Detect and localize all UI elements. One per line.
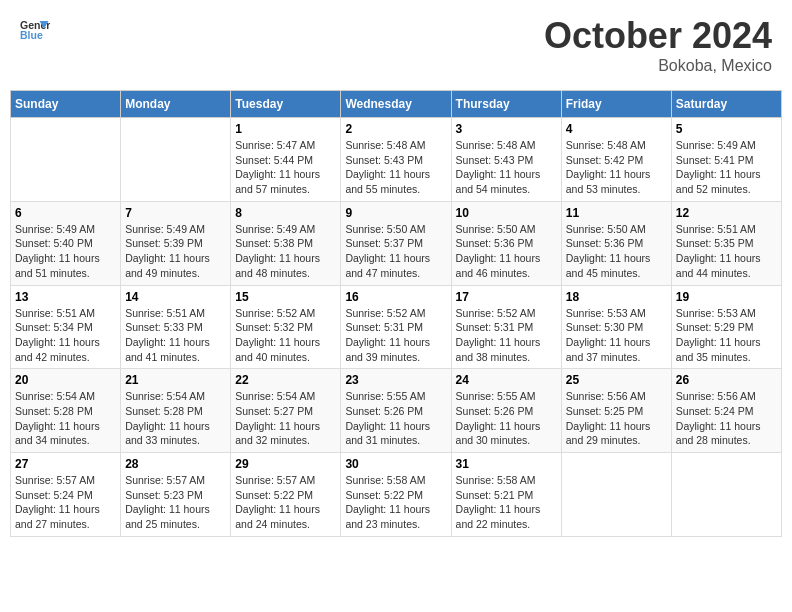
day-number: 17: [456, 290, 557, 304]
calendar-table: SundayMondayTuesdayWednesdayThursdayFrid…: [10, 90, 782, 537]
calendar-day-cell: 9Sunrise: 5:50 AM Sunset: 5:37 PM Daylig…: [341, 201, 451, 285]
day-number: 25: [566, 373, 667, 387]
day-number: 12: [676, 206, 777, 220]
calendar-day-cell: 3Sunrise: 5:48 AM Sunset: 5:43 PM Daylig…: [451, 118, 561, 202]
calendar-day-cell: 21Sunrise: 5:54 AM Sunset: 5:28 PM Dayli…: [121, 369, 231, 453]
day-info: Sunrise: 5:57 AM Sunset: 5:22 PM Dayligh…: [235, 473, 336, 532]
calendar-day-cell: 16Sunrise: 5:52 AM Sunset: 5:31 PM Dayli…: [341, 285, 451, 369]
day-number: 7: [125, 206, 226, 220]
day-of-week-header: Thursday: [451, 91, 561, 118]
logo-icon: General Blue: [20, 15, 50, 45]
day-of-week-header: Sunday: [11, 91, 121, 118]
day-number: 11: [566, 206, 667, 220]
day-number: 16: [345, 290, 446, 304]
day-info: Sunrise: 5:58 AM Sunset: 5:21 PM Dayligh…: [456, 473, 557, 532]
day-number: 14: [125, 290, 226, 304]
calendar-day-cell: 1Sunrise: 5:47 AM Sunset: 5:44 PM Daylig…: [231, 118, 341, 202]
calendar-day-cell: 22Sunrise: 5:54 AM Sunset: 5:27 PM Dayli…: [231, 369, 341, 453]
calendar-day-cell: 8Sunrise: 5:49 AM Sunset: 5:38 PM Daylig…: [231, 201, 341, 285]
calendar-day-cell: 18Sunrise: 5:53 AM Sunset: 5:30 PM Dayli…: [561, 285, 671, 369]
day-of-week-header: Friday: [561, 91, 671, 118]
day-info: Sunrise: 5:47 AM Sunset: 5:44 PM Dayligh…: [235, 138, 336, 197]
day-number: 9: [345, 206, 446, 220]
svg-text:Blue: Blue: [20, 29, 43, 41]
calendar-day-cell: 24Sunrise: 5:55 AM Sunset: 5:26 PM Dayli…: [451, 369, 561, 453]
day-info: Sunrise: 5:49 AM Sunset: 5:41 PM Dayligh…: [676, 138, 777, 197]
calendar-day-cell: 10Sunrise: 5:50 AM Sunset: 5:36 PM Dayli…: [451, 201, 561, 285]
day-info: Sunrise: 5:51 AM Sunset: 5:34 PM Dayligh…: [15, 306, 116, 365]
calendar-day-cell: 26Sunrise: 5:56 AM Sunset: 5:24 PM Dayli…: [671, 369, 781, 453]
day-info: Sunrise: 5:54 AM Sunset: 5:28 PM Dayligh…: [15, 389, 116, 448]
day-number: 20: [15, 373, 116, 387]
day-info: Sunrise: 5:52 AM Sunset: 5:31 PM Dayligh…: [456, 306, 557, 365]
day-info: Sunrise: 5:48 AM Sunset: 5:42 PM Dayligh…: [566, 138, 667, 197]
calendar-day-cell: [671, 453, 781, 537]
day-info: Sunrise: 5:57 AM Sunset: 5:23 PM Dayligh…: [125, 473, 226, 532]
day-number: 21: [125, 373, 226, 387]
day-of-week-header: Wednesday: [341, 91, 451, 118]
calendar-day-cell: 12Sunrise: 5:51 AM Sunset: 5:35 PM Dayli…: [671, 201, 781, 285]
calendar-week-row: 27Sunrise: 5:57 AM Sunset: 5:24 PM Dayli…: [11, 453, 782, 537]
day-of-week-header: Saturday: [671, 91, 781, 118]
calendar-day-cell: [121, 118, 231, 202]
day-number: 30: [345, 457, 446, 471]
calendar-day-cell: 6Sunrise: 5:49 AM Sunset: 5:40 PM Daylig…: [11, 201, 121, 285]
day-info: Sunrise: 5:52 AM Sunset: 5:31 PM Dayligh…: [345, 306, 446, 365]
calendar-day-cell: 27Sunrise: 5:57 AM Sunset: 5:24 PM Dayli…: [11, 453, 121, 537]
day-number: 8: [235, 206, 336, 220]
day-of-week-header: Monday: [121, 91, 231, 118]
page-header: General Blue October 2024 Bokoba, Mexico: [10, 10, 782, 80]
day-number: 13: [15, 290, 116, 304]
day-info: Sunrise: 5:50 AM Sunset: 5:36 PM Dayligh…: [456, 222, 557, 281]
calendar-day-cell: 19Sunrise: 5:53 AM Sunset: 5:29 PM Dayli…: [671, 285, 781, 369]
day-number: 10: [456, 206, 557, 220]
calendar-day-cell: 13Sunrise: 5:51 AM Sunset: 5:34 PM Dayli…: [11, 285, 121, 369]
day-number: 5: [676, 122, 777, 136]
calendar-day-cell: 15Sunrise: 5:52 AM Sunset: 5:32 PM Dayli…: [231, 285, 341, 369]
day-info: Sunrise: 5:49 AM Sunset: 5:38 PM Dayligh…: [235, 222, 336, 281]
calendar-day-cell: [11, 118, 121, 202]
day-number: 3: [456, 122, 557, 136]
day-number: 23: [345, 373, 446, 387]
calendar-day-cell: 31Sunrise: 5:58 AM Sunset: 5:21 PM Dayli…: [451, 453, 561, 537]
day-info: Sunrise: 5:48 AM Sunset: 5:43 PM Dayligh…: [456, 138, 557, 197]
day-number: 29: [235, 457, 336, 471]
calendar-week-row: 13Sunrise: 5:51 AM Sunset: 5:34 PM Dayli…: [11, 285, 782, 369]
calendar-day-cell: 29Sunrise: 5:57 AM Sunset: 5:22 PM Dayli…: [231, 453, 341, 537]
day-number: 15: [235, 290, 336, 304]
day-info: Sunrise: 5:51 AM Sunset: 5:35 PM Dayligh…: [676, 222, 777, 281]
calendar-day-cell: 11Sunrise: 5:50 AM Sunset: 5:36 PM Dayli…: [561, 201, 671, 285]
day-info: Sunrise: 5:53 AM Sunset: 5:30 PM Dayligh…: [566, 306, 667, 365]
day-info: Sunrise: 5:51 AM Sunset: 5:33 PM Dayligh…: [125, 306, 226, 365]
day-info: Sunrise: 5:49 AM Sunset: 5:40 PM Dayligh…: [15, 222, 116, 281]
title-block: October 2024 Bokoba, Mexico: [544, 15, 772, 75]
logo: General Blue: [20, 15, 50, 45]
day-number: 18: [566, 290, 667, 304]
day-info: Sunrise: 5:56 AM Sunset: 5:24 PM Dayligh…: [676, 389, 777, 448]
calendar-day-cell: 14Sunrise: 5:51 AM Sunset: 5:33 PM Dayli…: [121, 285, 231, 369]
calendar-day-cell: 23Sunrise: 5:55 AM Sunset: 5:26 PM Dayli…: [341, 369, 451, 453]
day-info: Sunrise: 5:53 AM Sunset: 5:29 PM Dayligh…: [676, 306, 777, 365]
day-number: 6: [15, 206, 116, 220]
day-info: Sunrise: 5:52 AM Sunset: 5:32 PM Dayligh…: [235, 306, 336, 365]
day-number: 22: [235, 373, 336, 387]
day-number: 1: [235, 122, 336, 136]
calendar-header-row: SundayMondayTuesdayWednesdayThursdayFrid…: [11, 91, 782, 118]
calendar-day-cell: 5Sunrise: 5:49 AM Sunset: 5:41 PM Daylig…: [671, 118, 781, 202]
day-number: 26: [676, 373, 777, 387]
location: Bokoba, Mexico: [544, 57, 772, 75]
day-number: 28: [125, 457, 226, 471]
day-info: Sunrise: 5:56 AM Sunset: 5:25 PM Dayligh…: [566, 389, 667, 448]
day-info: Sunrise: 5:49 AM Sunset: 5:39 PM Dayligh…: [125, 222, 226, 281]
calendar-week-row: 20Sunrise: 5:54 AM Sunset: 5:28 PM Dayli…: [11, 369, 782, 453]
calendar-day-cell: 30Sunrise: 5:58 AM Sunset: 5:22 PM Dayli…: [341, 453, 451, 537]
calendar-day-cell: 20Sunrise: 5:54 AM Sunset: 5:28 PM Dayli…: [11, 369, 121, 453]
day-number: 2: [345, 122, 446, 136]
day-number: 19: [676, 290, 777, 304]
day-number: 27: [15, 457, 116, 471]
day-info: Sunrise: 5:50 AM Sunset: 5:36 PM Dayligh…: [566, 222, 667, 281]
day-info: Sunrise: 5:54 AM Sunset: 5:27 PM Dayligh…: [235, 389, 336, 448]
calendar-week-row: 1Sunrise: 5:47 AM Sunset: 5:44 PM Daylig…: [11, 118, 782, 202]
day-number: 4: [566, 122, 667, 136]
month-title: October 2024: [544, 15, 772, 57]
